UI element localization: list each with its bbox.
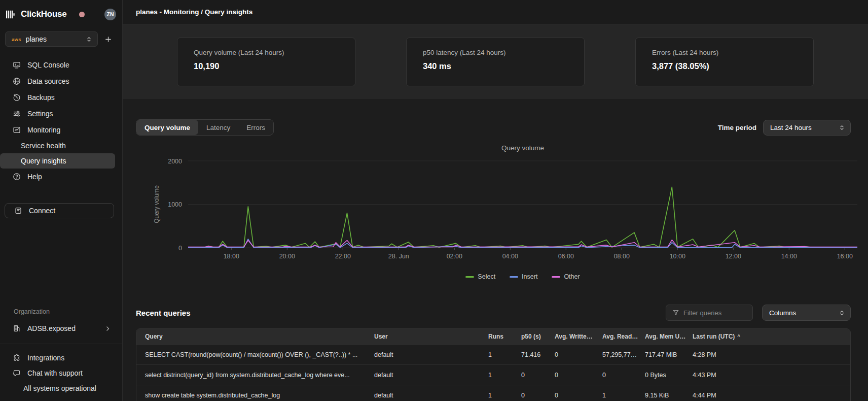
time-period-label: Time period [718, 124, 756, 131]
legend-swatch [465, 276, 474, 278]
time-period-select[interactable]: Last 24 hours [763, 120, 851, 136]
legend-item-insert[interactable]: Insert [510, 273, 537, 280]
funnel-icon [672, 309, 679, 316]
sidebar-divider [0, 344, 122, 344]
recent-queries-title: Recent queries [136, 309, 191, 317]
data-sources-icon [13, 77, 21, 85]
add-service-button[interactable] [101, 31, 115, 47]
chevron-up-down-icon [839, 124, 845, 131]
stats-band: Query volume (Last 24 hours)10,190p50 la… [123, 24, 868, 99]
tab-latency[interactable]: Latency [198, 120, 238, 135]
cell-query: SELECT CAST(round(pow(count() / max(coun… [145, 351, 374, 358]
sidebar-item-query-insights[interactable]: Query insights [0, 153, 115, 169]
table-row[interactable]: SELECT CAST(round(pow(count() / max(coun… [136, 344, 850, 364]
legend-item-other[interactable]: Other [552, 273, 580, 280]
column-header-last-run-utc[interactable]: Last run (UTC)^ [693, 333, 850, 340]
chevron-up-down-icon [839, 310, 845, 316]
cell-runs: 1 [488, 392, 521, 399]
sidebar-item-chat-with-support[interactable]: Chat with support [0, 365, 122, 381]
building-icon [13, 324, 21, 332]
sidebar-item-label: Backups [27, 93, 55, 102]
table-row[interactable]: select distrinct(query_id) from system.d… [136, 364, 850, 385]
sidebar: ClickHouse ZN aws planes SQL ConsoleData… [0, 0, 123, 401]
tab-query-volume[interactable]: Query volume [136, 120, 198, 135]
legend-label: Insert [522, 273, 537, 280]
clickhouse-logo-icon [6, 10, 16, 19]
organization-switcher[interactable]: ADSB.exposed [0, 320, 122, 337]
x-tick-label: 22:00 [335, 253, 351, 260]
cell-avg-read-rows: 57,295,770,069 [602, 351, 645, 358]
table-row[interactable]: show create table system.distributed_cac… [136, 385, 850, 401]
organization-name: ADSB.exposed [27, 324, 76, 332]
connect-button[interactable]: Connect [5, 203, 114, 218]
columns-select[interactable]: Columns [762, 305, 851, 321]
stat-value: 3,877 (38.05%) [652, 61, 813, 71]
x-tick-label: 04:00 [502, 253, 518, 260]
column-header-query[interactable]: Query [145, 333, 374, 340]
cell-p50-s: 0 [521, 392, 555, 399]
sidebar-item-service-health[interactable]: Service health [0, 138, 115, 153]
sidebar-item-integrations[interactable]: Integrations [0, 350, 122, 365]
y-tick-label: 1000 [168, 201, 182, 208]
brand: ClickHouse ZN [0, 0, 122, 22]
x-tick-label: 02:00 [447, 253, 462, 260]
stat-card-errors-last-24-hours: Errors (Last 24 hours)3,877 (38.05%) [635, 38, 814, 86]
filter-queries-box[interactable] [666, 305, 753, 321]
legend-swatch [510, 276, 518, 278]
sidebar-item-settings[interactable]: Settings [0, 106, 115, 122]
filter-queries-input[interactable] [683, 309, 742, 317]
plus-icon [104, 36, 112, 43]
aws-provider-icon: aws [12, 37, 21, 42]
cell-user: default [374, 372, 488, 379]
column-header-runs[interactable]: Runs [488, 333, 521, 340]
organization-label: Organization [14, 308, 122, 315]
recent-queries-table: QueryUserRunsp50 (s)Avg. Written rowsAvg… [136, 328, 851, 401]
column-header-avg-written-rows[interactable]: Avg. Written rows [555, 333, 602, 340]
sidebar-item-backups[interactable]: Backups [0, 89, 115, 106]
sidebar-item-monitoring[interactable]: Monitoring [0, 122, 115, 138]
x-tick-label: 06:00 [558, 253, 574, 260]
column-header-user[interactable]: User [374, 333, 488, 340]
stat-value: 340 ms [423, 61, 584, 71]
column-header-avg-mem-usage[interactable]: Avg. Mem Usage [645, 333, 693, 340]
backups-icon [13, 93, 21, 102]
column-header-avg-read-rows[interactable]: Avg. Read rows [602, 333, 645, 340]
x-tick-label: 18:00 [224, 253, 239, 260]
status-dot [13, 384, 17, 392]
sidebar-item-help[interactable]: Help [0, 169, 115, 185]
chart-tabs: Query volumeLatencyErrors [136, 119, 274, 136]
series-select [188, 187, 857, 247]
top-bar: planes - Monitoring / Query insights [123, 0, 868, 24]
y-tick-label: 2000 [168, 158, 182, 165]
legend-label: Other [564, 273, 580, 280]
sidebar-item-sql-console[interactable]: SQL Console [0, 57, 115, 73]
sidebar-item-data-sources[interactable]: Data sources [0, 73, 115, 89]
sidebar-subnav: Service healthQuery insights [0, 138, 122, 169]
sidebar-item-label: SQL Console [27, 61, 69, 69]
x-tick-label: 14:00 [781, 253, 797, 260]
sidebar-item-all-systems-operational[interactable]: All systems operational [0, 381, 122, 396]
cell-avg-read-rows: 0 [602, 372, 645, 379]
stat-card-query-volume-last-24-hours: Query volume (Last 24 hours)10,190 [177, 38, 355, 86]
sort-asc-icon: ^ [737, 334, 740, 340]
query-volume-chart: Query volumeQuery volume01000200018:0020… [136, 142, 851, 280]
cell-avg-written-rows: 0 [555, 372, 602, 379]
integrations-icon [13, 354, 21, 362]
cell-user: default [374, 351, 488, 358]
sidebar-nav: SQL ConsoleData sourcesBackupsSettingsMo… [0, 57, 122, 138]
cell-user: default [374, 392, 488, 399]
cell-query: select distrinct(query_id) from system.d… [145, 372, 374, 379]
sidebar-item-label: Chat with support [27, 369, 83, 377]
x-tick-label: 16:00 [837, 253, 853, 260]
stat-value: 10,190 [194, 61, 355, 71]
chat-icon [13, 369, 21, 377]
cell-p50-s: 71.416 [521, 351, 555, 358]
user-avatar[interactable]: ZN [104, 9, 116, 20]
cell-avg-mem-usage: 717.47 MiB [645, 351, 693, 358]
tab-errors[interactable]: Errors [238, 120, 273, 135]
column-header-p50-s[interactable]: p50 (s) [521, 333, 555, 340]
legend-item-select[interactable]: Select [465, 273, 495, 280]
chevron-up-down-icon [86, 36, 92, 43]
stat-label: Query volume (Last 24 hours) [194, 49, 355, 56]
service-selector[interactable]: aws planes [5, 31, 98, 47]
